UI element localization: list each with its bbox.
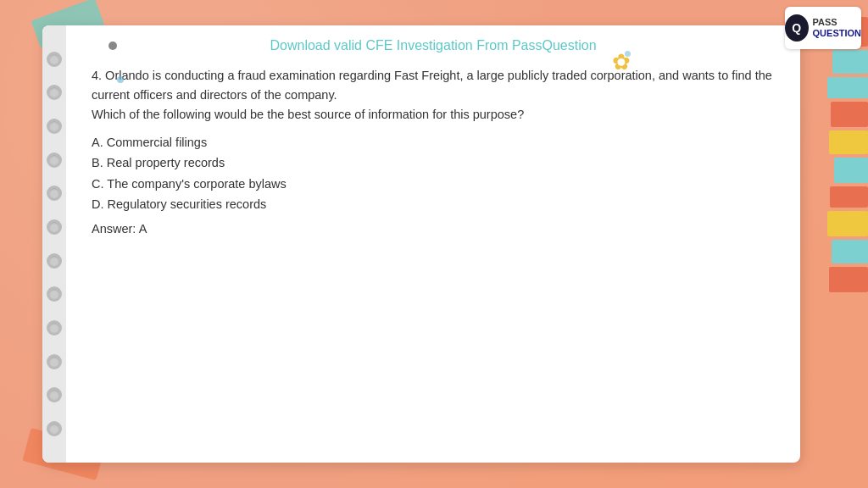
spiral-ring	[47, 152, 62, 168]
answer-text: Answer: A	[92, 219, 775, 240]
spiral-ring	[47, 119, 62, 134]
sticky-note	[829, 130, 868, 154]
spiral-ring	[47, 85, 62, 100]
header-bullet	[108, 42, 117, 50]
spiral-ring	[47, 387, 62, 402]
spiral-ring	[47, 286, 62, 302]
spiral-ring	[47, 186, 62, 201]
sticky-note	[831, 102, 868, 127]
option-d: D. Regulatory securities records	[92, 194, 775, 215]
header-row: Download valid CFE Investigation From Pa…	[83, 38, 783, 53]
sticky-note	[827, 211, 868, 236]
notebook: ✿ Download valid CFE Investigation From …	[42, 25, 800, 463]
right-decorations	[817, 0, 868, 488]
sticky-note	[834, 158, 868, 183]
header-title: Download valid CFE Investigation From Pa…	[270, 38, 596, 53]
sticky-note	[829, 267, 868, 292]
option-c: C. The company's corporate bylaws	[92, 174, 775, 195]
logo-text-block: PASS QUESTION	[813, 17, 861, 39]
spiral-ring	[47, 219, 62, 235]
option-b: B. Real property records	[92, 152, 775, 174]
spiral-ring	[47, 52, 62, 67]
question-area: 4. Orlando is conducting a fraud examina…	[83, 62, 783, 450]
passquestion-logo: Q PASS QUESTION	[785, 7, 861, 49]
decorative-dot-1	[117, 76, 124, 83]
logo-icon: Q	[785, 14, 809, 42]
spiral-ring	[47, 320, 62, 336]
sticky-note	[832, 50, 868, 74]
spiral-binding	[42, 25, 66, 463]
spiral-ring	[47, 354, 62, 369]
spiral-ring	[47, 253, 62, 269]
question-text: 4. Orlando is conducting a fraud examina…	[92, 66, 775, 125]
option-a: A. Commercial filings	[92, 132, 775, 153]
spiral-ring	[47, 421, 62, 436]
notebook-content: ✿ Download valid CFE Investigation From …	[66, 25, 800, 463]
sticky-note	[832, 240, 868, 263]
sticky-note	[827, 77, 868, 98]
sticky-note	[830, 186, 868, 208]
